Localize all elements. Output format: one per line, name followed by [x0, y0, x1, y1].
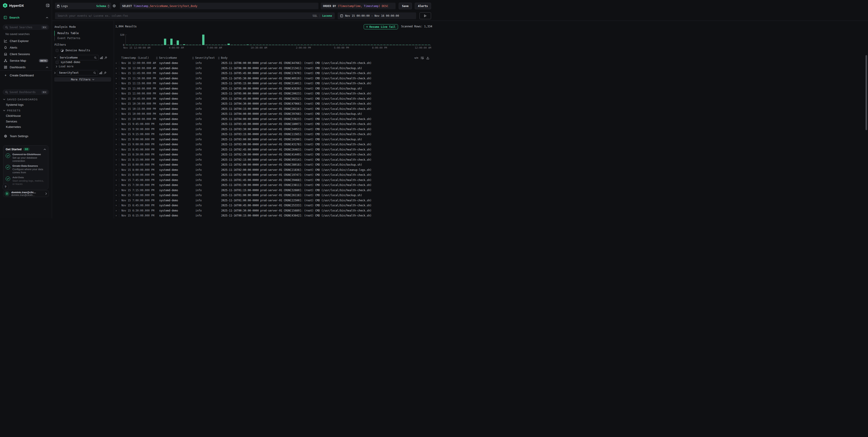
row-expand-chevron[interactable]: ›: [114, 123, 119, 125]
table-row[interactable]: › Nov 15 8:00:00.000 PM systemd-demo inf…: [114, 172, 434, 178]
severitytext-filter-search[interactable]: SeverityText: [57, 70, 98, 75]
table-row[interactable]: › Nov 15 9:15:00.000 PM systemd-demo inf…: [114, 132, 434, 137]
row-expand-chevron[interactable]: ›: [114, 67, 119, 69]
sql-toggle[interactable]: SQL: [313, 14, 317, 18]
source-settings-gear-icon[interactable]: [113, 4, 116, 8]
date-range-picker[interactable]: Nov 15 00:00:00 - Nov 16 00:00:00: [338, 12, 416, 19]
more-filters-button[interactable]: More filters: [54, 77, 111, 81]
row-expand-chevron[interactable]: ›: [114, 138, 119, 140]
table-row[interactable]: › Nov 15 11:30:00.000 PM systemd-demo in…: [114, 76, 434, 81]
row-expand-chevron[interactable]: ›: [114, 113, 119, 115]
resume-live-tail-button[interactable]: Resume Live Tail: [364, 24, 398, 29]
table-row[interactable]: › Nov 15 10:30:00.000 PM systemd-demo in…: [114, 101, 434, 106]
table-row[interactable]: › Nov 15 10:00:00.000 PM systemd-demo in…: [114, 116, 434, 122]
view-source-icon[interactable]: </>: [414, 57, 418, 60]
table-row[interactable]: › Nov 15 8:45:00.000 PM systemd-demo inf…: [114, 147, 434, 152]
drag-handle-icon[interactable]: [156, 57, 158, 59]
row-expand-chevron[interactable]: ›: [114, 143, 119, 145]
sidebar-item-clickhouse[interactable]: ClickHouse: [6, 114, 21, 117]
sidebar-item-search[interactable]: Search: [2, 14, 50, 21]
sidebar-item-alerts[interactable]: Alerts: [2, 44, 50, 51]
sidebar-item-services[interactable]: Services: [6, 120, 17, 123]
filter-value-systemd-demo[interactable]: systemd-demo: [56, 61, 80, 64]
sidebar-item-systemd-logs[interactable]: Systemd logs: [6, 103, 24, 106]
download-icon[interactable]: [426, 57, 429, 60]
sidebar-item-dashboards[interactable]: Dashboards: [2, 64, 50, 70]
run-query-button[interactable]: [420, 12, 431, 19]
sidebar-item-chart-explorer[interactable]: Chart Explorer: [2, 38, 50, 44]
table-row[interactable]: › Nov 15 9:30:00.000 PM systemd-demo inf…: [114, 127, 434, 132]
column-header-timestamp[interactable]: Timestamp (Local): [119, 56, 159, 60]
sidebar-item-team-settings[interactable]: Team Settings: [2, 133, 50, 139]
mode-results-table[interactable]: Results Table: [54, 31, 112, 36]
table-row[interactable]: › Nov 15 6:30:00.000 PM systemd-demo inf…: [114, 208, 434, 213]
table-row[interactable]: › Nov 15 9:00:00.000 PM systemd-demo inf…: [114, 137, 434, 142]
row-expand-chevron[interactable]: ›: [114, 179, 119, 181]
table-row[interactable]: › Nov 16 12:00:00.000 AM systemd-demo in…: [114, 61, 434, 66]
row-expand-chevron[interactable]: ›: [114, 174, 119, 176]
histogram-bar[interactable]: [170, 39, 173, 45]
create-dashboard-button[interactable]: + Create Dashboard: [2, 73, 50, 78]
row-expand-chevron[interactable]: ›: [114, 118, 119, 120]
row-expand-chevron[interactable]: ›: [114, 88, 119, 90]
table-row[interactable]: › Nov 15 9:00:00.000 PM systemd-demo inf…: [114, 142, 434, 147]
sidebar-item-kubernetes[interactable]: Kubernetes: [6, 125, 21, 129]
row-expand-chevron[interactable]: ›: [114, 62, 119, 64]
sidebar-item-client-sessions[interactable]: Client Sessions: [2, 51, 50, 57]
row-expand-chevron[interactable]: ›: [114, 169, 119, 171]
wrap-lines-icon[interactable]: [421, 57, 424, 60]
drag-handle-icon[interactable]: [218, 57, 220, 59]
table-row[interactable]: › Nov 15 10:45:00.000 PM systemd-demo in…: [114, 96, 434, 101]
get-started-step-add-data[interactable]: Add Data Start sending logs, metrics, or…: [6, 176, 46, 186]
row-expand-chevron[interactable]: ›: [114, 72, 119, 74]
saved-dashboards-section[interactable]: SAVED DASHBOARDS: [3, 98, 38, 101]
presets-section[interactable]: PRESETS: [3, 109, 21, 112]
table-row[interactable]: › Nov 15 10:15:00.000 PM systemd-demo in…: [114, 106, 434, 112]
table-row[interactable]: › Nov 15 8:00:00.000 PM systemd-demo inf…: [114, 167, 434, 173]
value-checkbox[interactable]: [56, 61, 59, 64]
row-expand-chevron[interactable]: ›: [114, 209, 119, 212]
bar-chart-icon[interactable]: [99, 71, 102, 74]
table-row[interactable]: › Nov 15 7:30:00.000 PM systemd-demo inf…: [114, 182, 434, 188]
saved-dashboards-input[interactable]: Saved Dashboards ⌘K: [3, 90, 49, 95]
table-row[interactable]: › Nov 15 7:00:00.000 PM systemd-demo inf…: [114, 198, 434, 203]
table-row[interactable]: › Nov 15 8:00:00.000 PM systemd-demo inf…: [114, 162, 434, 167]
row-expand-chevron[interactable]: ›: [114, 128, 119, 130]
row-expand-chevron[interactable]: ›: [114, 148, 119, 151]
row-expand-chevron[interactable]: ›: [114, 164, 119, 166]
orderby-input[interactable]: ORDER BY (TimestampTime, Timestamp) DESC: [321, 3, 396, 9]
servicename-filter-search[interactable]: ServiceName: [58, 55, 99, 60]
row-expand-chevron[interactable]: ›: [114, 204, 119, 206]
table-row[interactable]: › Nov 15 10:00:00.000 PM systemd-demo in…: [114, 111, 434, 116]
row-expand-chevron[interactable]: ›: [114, 189, 119, 191]
row-expand-chevron[interactable]: ›: [114, 159, 119, 161]
table-row[interactable]: › Nov 15 6:45:00.000 PM systemd-demo inf…: [114, 203, 434, 208]
save-button[interactable]: Save: [399, 3, 412, 9]
help-button[interactable]: ?: [2, 183, 9, 190]
row-expand-chevron[interactable]: ›: [114, 214, 119, 217]
row-expand-chevron[interactable]: ›: [114, 92, 119, 95]
table-row[interactable]: › Nov 15 7:45:00.000 PM systemd-demo inf…: [114, 178, 434, 183]
table-row[interactable]: › Nov 15 11:15:00.000 PM systemd-demo in…: [114, 81, 434, 86]
table-row[interactable]: › Nov 15 11:00:00.000 PM systemd-demo in…: [114, 91, 434, 96]
load-more[interactable]: Load more: [56, 65, 73, 68]
denoise-checkbox[interactable]: [56, 49, 59, 52]
table-row[interactable]: › Nov 15 11:45:00.000 PM systemd-demo in…: [114, 71, 434, 76]
histogram-bar[interactable]: [164, 39, 166, 45]
get-started-step-connect[interactable]: Connect to ClickHouse Set up your databa…: [6, 153, 46, 163]
table-row[interactable]: › Nov 15 8:30:00.000 PM systemd-demo inf…: [114, 152, 434, 157]
saved-searches-input[interactable]: Saved Searches ⌘K: [3, 25, 49, 30]
chevron-down-icon[interactable]: [54, 57, 56, 58]
denoise-results-option[interactable]: Denoise Results: [56, 49, 90, 52]
chevron-right-icon[interactable]: [54, 72, 56, 74]
sidebar-item-service-map[interactable]: Service Map BETA: [2, 57, 50, 64]
row-expand-chevron[interactable]: ›: [114, 108, 119, 110]
bar-chart-icon[interactable]: [100, 56, 103, 59]
event-search-input[interactable]: Search your events w/ Lucene ex. column:…: [55, 12, 335, 19]
table-row[interactable]: › Nov 16 12:00:00.000 AM systemd-demo in…: [114, 66, 434, 71]
row-expand-chevron[interactable]: ›: [114, 98, 119, 100]
user-profile[interactable]: D dominic.tran@clic... dominic.tran@clic…: [3, 190, 49, 197]
get-started-step-sources[interactable]: Create Data Sources Configure where your…: [6, 165, 46, 174]
row-expand-chevron[interactable]: ›: [114, 77, 119, 79]
pin-icon[interactable]: [103, 71, 106, 74]
